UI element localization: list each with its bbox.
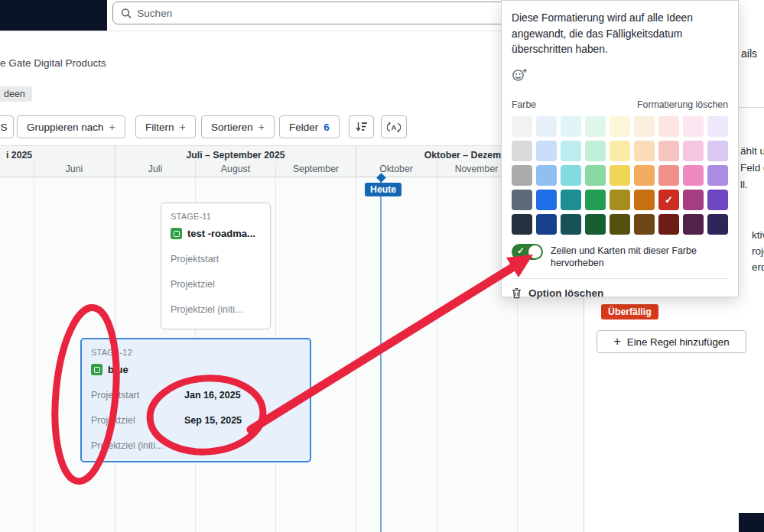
color-swatch[interactable] [634, 214, 655, 235]
color-swatch[interactable] [610, 116, 630, 137]
color-swatch[interactable] [634, 190, 655, 210]
app-header-corner [0, 0, 107, 31]
panel-text-fragment: ktivier [752, 229, 764, 241]
color-swatch[interactable] [561, 190, 581, 210]
timeline-gridline [437, 177, 437, 532]
color-swatch[interactable] [585, 165, 606, 186]
color-swatch[interactable] [585, 190, 606, 210]
field-label: Projektziel (initi... [91, 440, 184, 451]
color-swatch[interactable] [610, 165, 630, 186]
color-swatch[interactable] [634, 116, 655, 137]
color-swatch[interactable] [512, 190, 532, 210]
color-swatch[interactable] [561, 116, 581, 137]
overdue-status-badge: Überfällig [601, 304, 658, 320]
color-swatch[interactable] [683, 141, 704, 161]
fields-count-badge: 6 [323, 122, 330, 133]
plus-icon: + [180, 121, 186, 133]
color-swatch[interactable] [683, 190, 704, 210]
color-swatch[interactable] [585, 116, 606, 137]
popup-divider [512, 278, 728, 279]
add-rule-label: Eine Regel hinzufügen [627, 336, 730, 348]
color-swatch[interactable] [634, 165, 655, 186]
search-input[interactable] [137, 8, 499, 19]
color-swatch[interactable] [512, 116, 532, 137]
color-swatch[interactable] [683, 165, 704, 186]
search-bar[interactable] [112, 2, 507, 24]
idea-icon [171, 228, 182, 239]
header-separator [437, 161, 437, 177]
smiley-plus-icon [512, 68, 528, 82]
auto-sort-button[interactable]: A [381, 115, 407, 138]
add-rule-button[interactable]: + Eine Regel hinzufügen [597, 330, 746, 353]
panel-text-fragment: ählt u [740, 145, 764, 157]
color-swatch[interactable] [658, 116, 679, 137]
color-swatch[interactable] [610, 214, 630, 235]
color-swatch[interactable] [707, 141, 728, 161]
color-swatch[interactable] [707, 165, 728, 186]
color-swatch[interactable] [585, 141, 606, 161]
field-value: Sep 15, 2025 [184, 415, 242, 426]
highlight-toggle-label: Zeilen und Karten mit dieser Farbe hervo… [551, 244, 735, 269]
plus-icon: + [109, 121, 115, 133]
color-swatch[interactable] [683, 214, 704, 235]
color-swatch[interactable] [658, 141, 679, 161]
color-swatch[interactable] [561, 165, 581, 186]
details-header-fragment: ails [741, 47, 757, 60]
card-id: STAGE-11 [171, 212, 261, 221]
month-label: Juli [125, 164, 186, 174]
color-swatch-selected[interactable]: ✓ [658, 190, 679, 210]
color-swatch[interactable] [536, 141, 557, 161]
group-by-button[interactable]: Gruppieren nach + [17, 115, 125, 138]
emoji-picker-button[interactable] [512, 68, 528, 82]
color-swatch[interactable] [707, 214, 728, 235]
color-swatch[interactable] [536, 214, 557, 235]
clear-formatting-link[interactable]: Formatierung löschen [637, 99, 728, 110]
color-palette: ✓ [512, 116, 728, 235]
color-swatch[interactable] [536, 116, 557, 137]
header-separator [34, 161, 34, 177]
plus-icon: + [258, 121, 265, 133]
color-swatch[interactable] [561, 141, 581, 161]
toolbar-button-cut[interactable]: S [0, 115, 14, 138]
field-label: Projektstart [171, 254, 264, 264]
timeline-header: i 2025 Juli – September 2025 Oktober – D… [0, 145, 584, 177]
auto-sort-icon: A [387, 122, 401, 133]
filter-button[interactable]: Filtern + [135, 115, 196, 138]
details-divider [739, 107, 764, 108]
color-swatch[interactable] [536, 190, 557, 210]
delete-option-button[interactable]: Option löschen [512, 287, 726, 299]
color-swatch[interactable] [658, 165, 679, 186]
fields-button[interactable]: Felder 6 [279, 115, 340, 138]
delete-option-label: Option löschen [528, 287, 603, 299]
color-swatch[interactable] [658, 214, 679, 235]
color-swatch[interactable] [585, 214, 606, 235]
field-label: Projektziel [91, 415, 184, 426]
rank-sort-button[interactable] [349, 115, 374, 138]
ideas-badge: deen [0, 86, 32, 102]
color-swatch[interactable] [634, 141, 655, 161]
color-swatch[interactable] [512, 165, 532, 186]
header-divider [0, 31, 502, 31]
app-canvas: i 2025 Juli – September 2025 Oktober – D… [0, 0, 764, 532]
month-label: Juni [44, 164, 105, 174]
highlight-toggle[interactable]: ✓ [512, 244, 543, 260]
svg-text:A: A [392, 123, 397, 131]
toggle-check-icon: ✓ [517, 245, 525, 256]
color-swatch[interactable] [707, 190, 728, 210]
color-swatch[interactable] [561, 214, 581, 235]
plus-icon: + [613, 335, 620, 349]
color-swatch[interactable] [683, 116, 704, 137]
color-swatch[interactable] [610, 190, 630, 210]
sort-button[interactable]: Sortieren + [201, 115, 275, 138]
card-title: test -roadma... [187, 228, 255, 239]
roadmap-card-selected[interactable]: STAGE-12 blue ProjektstartJan 16, 2025 P… [80, 338, 311, 462]
timeline-gridline [34, 177, 34, 532]
roadmap-card[interactable]: STAGE-11 test -roadma... Projektstart Pr… [161, 203, 271, 329]
color-swatch[interactable] [707, 116, 728, 137]
sort-label: Sortieren [211, 122, 253, 133]
color-swatch[interactable] [512, 141, 532, 161]
color-swatch[interactable] [610, 141, 630, 161]
color-swatch[interactable] [512, 214, 532, 235]
search-icon [121, 8, 132, 19]
color-swatch[interactable] [536, 165, 557, 186]
